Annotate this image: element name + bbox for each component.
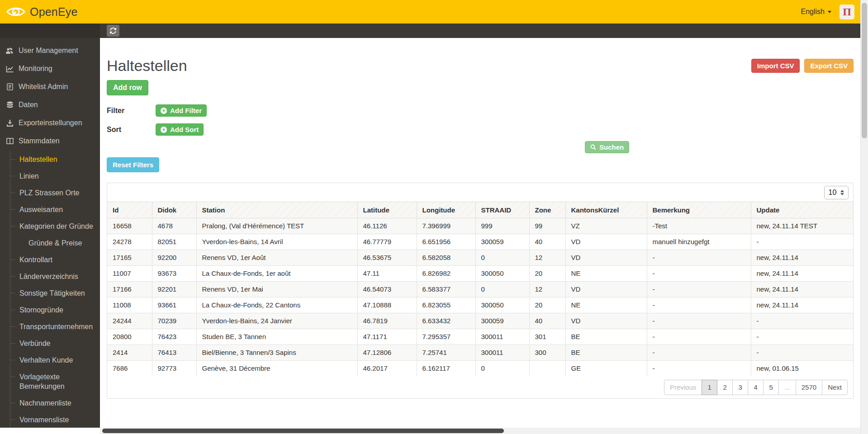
table-cell: 7.25741 bbox=[417, 344, 475, 360]
table-cell: 6.633432 bbox=[417, 313, 475, 329]
add-filter-button[interactable]: + Add Filter bbox=[156, 104, 207, 117]
add-row-button[interactable]: Add row bbox=[107, 80, 148, 95]
sidebar-item-stammdaten[interactable]: Stammdaten bbox=[0, 132, 100, 150]
table-cell: Genève, 31 Décembre bbox=[196, 360, 357, 376]
sidebar-submenu: HaltestellenLinienPLZ Strassen OrteAuswe… bbox=[10, 151, 100, 428]
table-cell: new, 24.11.14 bbox=[751, 250, 853, 265]
sidebar-subitem-verb-nde[interactable]: Verbünde bbox=[10, 335, 100, 352]
language-label: English bbox=[801, 8, 825, 16]
table-cell: 300050 bbox=[475, 297, 529, 313]
table-row[interactable]: 2080076423Studen BE, 3 Tannen47.11717.29… bbox=[107, 329, 853, 344]
table-cell: La Chaux-de-Fonds, 22 Cantons bbox=[196, 297, 357, 313]
column-header-zone: Zone bbox=[529, 202, 565, 218]
table-cell: Pralong, (Val d'Hérémence) TEST bbox=[196, 218, 357, 234]
sidebar-subitem-nachnamenliste[interactable]: Nachnamenliste bbox=[10, 395, 100, 411]
table-cell: 93661 bbox=[152, 297, 196, 313]
pagination-page-3[interactable]: 3 bbox=[732, 380, 748, 395]
sidebar-item-label: Monitoring bbox=[19, 65, 52, 73]
table-row[interactable]: 166584678Pralong, (Val d'Hérémence) TEST… bbox=[107, 218, 853, 234]
sidebar-subitem-plz-strassen-orte[interactable]: PLZ Strassen Orte bbox=[10, 184, 100, 201]
table-cell: 300050 bbox=[475, 265, 529, 281]
table-row[interactable]: 241476413Biel/Bienne, 3 Tannen/3 Sapins4… bbox=[107, 344, 853, 360]
sidebar-subitem-transportunternehmen[interactable]: Transportunternehmen bbox=[10, 318, 100, 335]
sidebar-subitem-kontrollart[interactable]: Kontrollart bbox=[10, 251, 100, 268]
sidebar-item-daten[interactable]: Daten bbox=[0, 96, 100, 114]
sidebar-subitem-kategorien-der-gr-nde[interactable]: Kategorien der Gründe bbox=[10, 218, 100, 235]
import-csv-button[interactable]: Import CSV bbox=[751, 59, 800, 73]
refresh-icon bbox=[110, 28, 116, 34]
sidebar: User ManagementMonitoringWhitelist Admin… bbox=[0, 24, 100, 428]
table-row[interactable]: 2424470239Yverdon-les-Bains, 24 Janvier4… bbox=[107, 313, 853, 329]
sidebar-nav: User ManagementMonitoringWhitelist Admin… bbox=[0, 38, 100, 150]
column-header-station: Station bbox=[196, 202, 357, 218]
sidebar-subitem-gr-nde-preise[interactable]: Gründe & Preise bbox=[10, 235, 100, 251]
table-cell bbox=[529, 360, 565, 376]
haltestellen-table: IdDidokStationLatitudeLongitudeSTRAAIDZo… bbox=[107, 202, 853, 376]
table-cell: 20800 bbox=[107, 329, 152, 344]
sidebar-subitem-stornogr-nde[interactable]: Stornogründe bbox=[10, 302, 100, 318]
table-row[interactable]: 2427882051Yverdon-les-Bains, 14 Avril46.… bbox=[107, 234, 853, 250]
sidebar-subitem-linien[interactable]: Linien bbox=[10, 168, 100, 184]
document-icon bbox=[5, 83, 14, 90]
column-header-update: Update bbox=[751, 202, 853, 218]
sidebar-item-whitelist-admin[interactable]: Whitelist Admin bbox=[0, 78, 100, 96]
column-header-id: Id bbox=[107, 202, 152, 218]
sidebar-subitem-sonstige-t-tigkeiten[interactable]: Sonstige Tätigkeiten bbox=[10, 285, 100, 302]
sidebar-subitem-verhalten-kunde[interactable]: Verhalten Kunde bbox=[10, 352, 100, 368]
company-logo[interactable]: Π bbox=[840, 5, 854, 19]
pagination-page-2[interactable]: 2 bbox=[717, 380, 733, 395]
table-cell: BE bbox=[565, 329, 647, 344]
add-sort-button[interactable]: + Add Sort bbox=[156, 123, 204, 136]
sidebar-subitem-ausweisarten[interactable]: Ausweisarten bbox=[10, 201, 100, 218]
sidebar-subitem-l-nderverzeichnis[interactable]: Länderverzeichnis bbox=[10, 268, 100, 285]
pagination-page-2570[interactable]: 2570 bbox=[796, 380, 822, 395]
table-row[interactable]: 1100893661La Chaux-de-Fonds, 22 Cantons4… bbox=[107, 297, 853, 313]
refresh-button[interactable] bbox=[107, 25, 119, 37]
table-row[interactable]: 1716692201Renens VD, 1er Mai46.540736.58… bbox=[107, 281, 853, 297]
table-cell: 46.1126 bbox=[357, 218, 417, 234]
vertical-scrollbar-thumb[interactable] bbox=[862, 3, 867, 138]
table-row[interactable]: 1100793673La Chaux-de-Fonds, 1er août47.… bbox=[107, 265, 853, 281]
pagination-next[interactable]: Next bbox=[822, 380, 848, 395]
pagination-page-5[interactable]: 5 bbox=[763, 380, 779, 395]
reset-filters-button[interactable]: Reset Filters bbox=[107, 157, 159, 172]
brand: OpenEye bbox=[0, 5, 78, 19]
sidebar-subitem-haltestellen[interactable]: Haltestellen bbox=[10, 151, 100, 168]
table-cell: La Chaux-de-Fonds, 1er août bbox=[196, 265, 357, 281]
table-cell: 92201 bbox=[152, 281, 196, 297]
language-dropdown[interactable]: English bbox=[801, 8, 831, 16]
table-cell: - bbox=[647, 329, 751, 344]
table-cell: 20 bbox=[529, 297, 565, 313]
sidebar-item-monitoring[interactable]: Monitoring bbox=[0, 60, 100, 78]
chevron-down-icon bbox=[828, 11, 831, 13]
pagination-previous[interactable]: Previous bbox=[664, 380, 702, 395]
table-cell: 47.1171 bbox=[357, 329, 417, 344]
table-cell: 7686 bbox=[107, 360, 152, 376]
pagination: Previous12345...2570Next bbox=[664, 380, 848, 395]
pagination-page-1[interactable]: 1 bbox=[702, 380, 717, 395]
table-cell: - bbox=[647, 265, 751, 281]
sidebar-subitem-vornamensliste[interactable]: Vornamensliste bbox=[10, 411, 100, 428]
pagination-ellipsis[interactable]: ... bbox=[778, 380, 796, 395]
sidebar-subitem-vorlagetexte-bemerkungen[interactable]: Vorlagetexte Bemerkungen bbox=[10, 368, 100, 395]
table-row[interactable]: 768692773Genève, 31 Décembre46.20176.162… bbox=[107, 360, 853, 376]
search-button[interactable]: Suchen bbox=[585, 141, 629, 153]
top-bar: OpenEye English Π bbox=[0, 0, 868, 24]
table-cell: - bbox=[647, 297, 751, 313]
page-size-select[interactable]: 10 bbox=[824, 186, 849, 199]
table-row[interactable]: 1716592200Renens VD, 1er Août46.536756.5… bbox=[107, 250, 853, 265]
table-cell: 12 bbox=[529, 250, 565, 265]
export-csv-button[interactable]: Export CSV bbox=[804, 59, 854, 73]
table-cell: 0 bbox=[475, 281, 529, 297]
table-cell: 93673 bbox=[152, 265, 196, 281]
table-cell: Biel/Bienne, 3 Tannen/3 Sapins bbox=[196, 344, 357, 360]
table-cell: 47.11 bbox=[357, 265, 417, 281]
pagination-page-4[interactable]: 4 bbox=[748, 380, 764, 395]
columns-icon bbox=[5, 138, 14, 144]
data-table-panel: 10 IdDidokStationLatitudeLongitudeSTRAAI… bbox=[107, 183, 854, 399]
table-cell: 6.826982 bbox=[417, 265, 475, 281]
sidebar-item-user-management[interactable]: User Management bbox=[0, 42, 100, 60]
sidebar-item-exporteinstellungen[interactable]: Exporteinstellungen bbox=[0, 114, 100, 132]
search-button-label: Suchen bbox=[599, 143, 624, 151]
horizontal-scrollbar-thumb[interactable] bbox=[102, 429, 504, 433]
